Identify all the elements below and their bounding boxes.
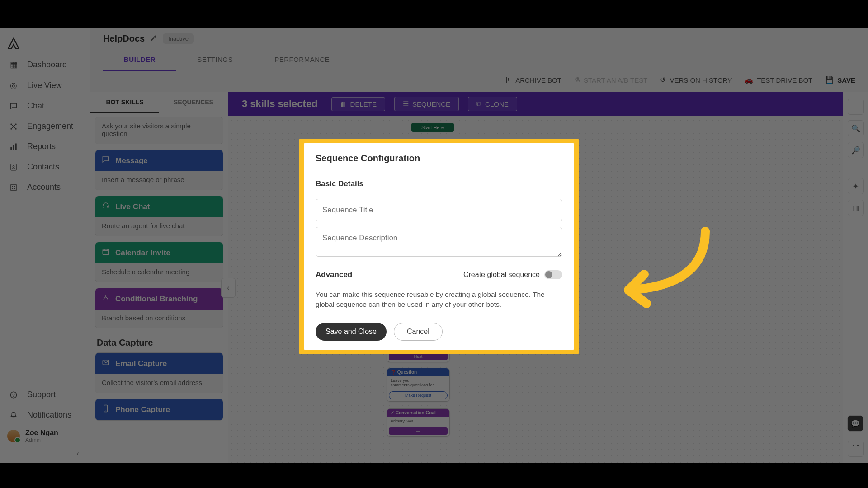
sequence-title-input[interactable] [316, 199, 562, 221]
helper-text: You can make this sequence reusable by c… [316, 290, 562, 310]
modal-actions: Save and Close Cancel [316, 323, 562, 341]
section-advanced: Advanced [316, 270, 352, 279]
modal-title: Sequence Configuration [316, 153, 562, 171]
section-basic-details: Basic Details [316, 179, 562, 188]
toggle-label: Create global sequence [463, 271, 540, 279]
cancel-button[interactable]: Cancel [394, 323, 443, 341]
sequence-config-modal: Sequence Configuration Basic Details Adv… [304, 143, 574, 350]
letterbox-top [0, 0, 868, 28]
callout-arrow [601, 222, 719, 324]
divider [316, 284, 562, 284]
global-sequence-toggle[interactable] [544, 270, 562, 279]
letterbox-bottom [0, 463, 868, 488]
save-and-close-button[interactable]: Save and Close [316, 323, 387, 341]
modal-highlight: Sequence Configuration Basic Details Adv… [299, 139, 579, 354]
app-frame: ▦ Dashboard ◎ Live View Chat Engagement [0, 28, 868, 463]
divider [304, 171, 574, 171]
advanced-row: Advanced Create global sequence [316, 270, 562, 279]
sequence-description-input[interactable] [316, 227, 562, 257]
global-sequence-toggle-wrap: Create global sequence [463, 270, 562, 279]
divider [316, 193, 562, 193]
